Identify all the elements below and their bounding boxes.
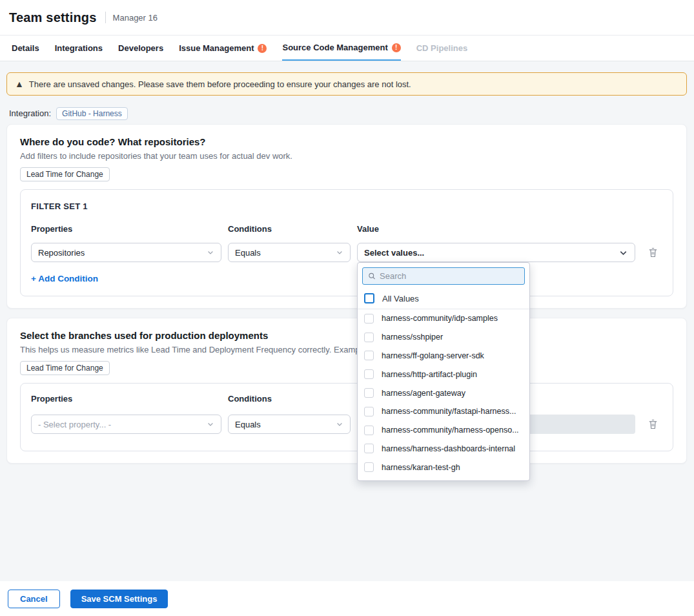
dropdown-option[interactable]: harness-community/fastapi-harness...	[358, 402, 529, 421]
add-condition-link[interactable]: + Add Condition	[31, 274, 98, 283]
page-title: Team settings	[9, 10, 97, 25]
chevron-down-icon	[618, 248, 628, 258]
content-area: ▲︎⁠ There are unsaved changes. Please sa…	[0, 61, 694, 581]
dropdown-option-label: harness/ff-golang-server-sdk	[382, 351, 484, 360]
warning-triangle-icon: ▲︎⁠	[15, 79, 24, 88]
checkbox[interactable]	[364, 426, 374, 435]
cancel-button[interactable]: Cancel	[8, 590, 60, 608]
delete-filter-button[interactable]	[648, 418, 658, 430]
team-name: Manager 16	[113, 13, 158, 23]
dropdown-option[interactable]: harness/…	[358, 477, 529, 481]
property-select[interactable]: - Select property... -	[31, 415, 221, 434]
chevron-down-icon	[207, 420, 214, 428]
branches-filter-set: Properties Conditions - Select property.…	[20, 383, 673, 451]
chevron-down-icon	[336, 420, 343, 428]
title-divider	[105, 12, 106, 23]
tab-issue-management[interactable]: Issue Management	[179, 36, 267, 61]
checkbox[interactable]	[364, 444, 374, 453]
dropdown-option-label: harness-community/fastapi-harness...	[382, 407, 516, 416]
save-scm-settings-button[interactable]: Save SCM Settings	[70, 590, 168, 608]
repositories-card: Where do you code? What repositories? Ad…	[6, 124, 687, 309]
checkbox[interactable]	[364, 333, 374, 342]
dropdown-option-label: harness/harness-dashboards-internal	[382, 444, 515, 453]
conditions-column-header: Conditions	[228, 394, 351, 404]
trash-icon	[648, 418, 658, 430]
checkbox[interactable]	[364, 314, 374, 323]
search-icon	[368, 272, 376, 280]
values-dropdown-list: harness-community/idp-samplesharness/ssh…	[358, 309, 529, 481]
filter-column-headers: Properties Conditions	[31, 394, 662, 404]
branches-card-title: Select the branches used for production …	[20, 330, 673, 341]
tab-source-code-management[interactable]: Source Code Management	[282, 36, 400, 61]
banner-text: There are unsaved changes. Please save t…	[29, 79, 411, 89]
dropdown-option[interactable]: harness/agent-gateway	[358, 384, 529, 402]
tab-cd-pipelines[interactable]: CD Pipelines	[416, 36, 467, 61]
all-values-label: All Values	[382, 294, 419, 303]
chevron-down-icon	[336, 249, 343, 256]
dropdown-option-label: harness/sshpiper	[382, 333, 443, 342]
dropdown-option[interactable]: harness/karan-test-gh	[358, 458, 529, 477]
value-column-header: Value	[357, 224, 635, 234]
dropdown-option[interactable]: harness-community/idp-samples	[358, 309, 529, 328]
dropdown-option-label: harness-community/idp-samples	[382, 314, 498, 323]
dropdown-option[interactable]: harness/ff-golang-server-sdk	[358, 347, 529, 365]
delete-filter-button[interactable]	[648, 247, 658, 258]
repositories-card-title: Where do you code? What repositories?	[20, 136, 673, 147]
integration-row: Integration: GitHub - Harness	[9, 107, 694, 119]
footer-action-bar: Cancel Save SCM Settings	[0, 581, 694, 616]
dropdown-option-label: harness-community/harness-openso...	[382, 426, 519, 435]
dropdown-option-label: harness/agent-gateway	[382, 389, 465, 398]
chevron-down-icon	[207, 249, 214, 256]
page-header: Team settings Manager 16	[0, 0, 694, 36]
checkbox[interactable]	[364, 388, 374, 398]
property-select[interactable]: Repositories	[31, 243, 221, 262]
filter-row: Repositories Equals Select values...	[31, 243, 662, 262]
dropdown-option[interactable]: harness-community/harness-openso...	[358, 421, 529, 440]
dropdown-option-label: harness/karan-test-gh	[382, 463, 460, 472]
dropdown-option-label: harness/http-artifact-plugin	[382, 370, 477, 379]
properties-column-header: Properties	[31, 224, 221, 234]
properties-column-header: Properties	[31, 394, 221, 404]
checkbox[interactable]	[364, 369, 374, 379]
filter-row: - Select property... - Equals	[31, 415, 662, 434]
integration-chip[interactable]: GitHub - Harness	[56, 107, 128, 120]
tab-developers[interactable]: Developers	[118, 36, 163, 61]
values-dropdown: All Values harness-community/idp-samples…	[357, 262, 530, 481]
filter-set-1: FILTER SET 1 Properties Conditions Value…	[20, 189, 673, 296]
checkbox[interactable]	[364, 407, 374, 416]
branches-card-subtitle: This helps us measure metrics like Lead …	[20, 345, 673, 354]
dropdown-option[interactable]: harness/http-artifact-plugin	[358, 365, 529, 384]
dropdown-option[interactable]: harness/sshpiper	[358, 328, 529, 347]
tab-integrations[interactable]: Integrations	[55, 36, 103, 61]
unsaved-changes-banner: ▲︎⁠ There are unsaved changes. Please sa…	[6, 72, 687, 96]
checkbox[interactable]	[364, 351, 374, 360]
all-values-option[interactable]: All Values	[358, 289, 529, 309]
tab-details[interactable]: Details	[12, 36, 39, 61]
checkbox[interactable]	[364, 293, 374, 303]
alert-badge-icon	[258, 44, 267, 53]
condition-select[interactable]: Equals	[228, 243, 351, 262]
integration-label: Integration:	[9, 108, 51, 118]
condition-select[interactable]: Equals	[228, 415, 351, 434]
trash-icon	[648, 247, 658, 258]
branches-card: Select the branches used for production …	[6, 318, 687, 464]
repositories-card-subtitle: Add filters to include repositories that…	[20, 151, 673, 161]
alert-badge-icon	[392, 43, 401, 52]
filter-column-headers: Properties Conditions Value	[31, 224, 662, 234]
dropdown-search-box	[362, 267, 525, 285]
dropdown-search-input[interactable]	[380, 271, 519, 281]
tab-bar: Details Integrations Developers Issue Ma…	[0, 36, 694, 61]
metric-chip-lead-time: Lead Time for Change	[20, 361, 110, 375]
dropdown-option[interactable]: harness/harness-dashboards-internal	[358, 440, 529, 458]
team-settings-page: Team settings Manager 16 Details Integra…	[0, 0, 694, 616]
filter-set-title: FILTER SET 1	[31, 201, 662, 211]
checkbox[interactable]	[364, 462, 374, 472]
metric-chip-lead-time: Lead Time for Change	[20, 167, 110, 181]
conditions-column-header: Conditions	[228, 224, 351, 234]
value-multiselect[interactable]: Select values...	[357, 243, 635, 262]
